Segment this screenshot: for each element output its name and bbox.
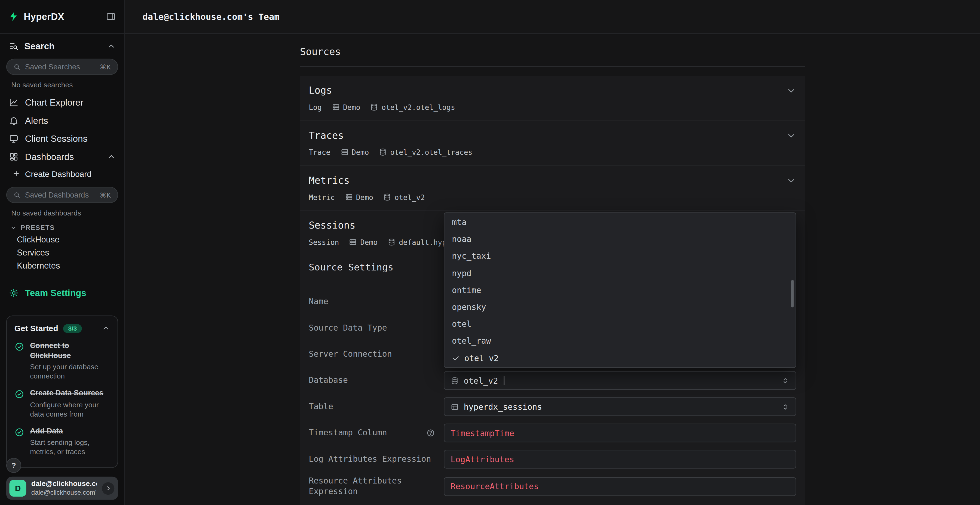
dropdown-scrollbar-thumb[interactable] (791, 280, 794, 308)
source-card-header[interactable]: Metrics (309, 175, 796, 187)
sidebar-item-client-sessions[interactable]: Client Sessions (0, 129, 124, 148)
get-started-header[interactable]: Get Started 3/3 (7, 321, 117, 338)
server-icon (332, 103, 340, 111)
sidebar-item-chart-explorer[interactable]: Chart Explorer (0, 93, 124, 111)
form-row-timestamp: Timestamp Column (309, 424, 796, 442)
user-menu[interactable]: D dale@clickhouse.com dale@clickhouse.co… (6, 477, 118, 500)
form-row-resource-attributes: Resource Attributes Expression (309, 476, 796, 497)
presets-label: PRESETS (21, 224, 55, 231)
plus-icon (13, 170, 20, 178)
dropdown-option[interactable]: noaa (444, 231, 795, 248)
get-started-item-desc: Start sending logs, metrics, or traces (30, 438, 110, 457)
source-type: Trace (309, 148, 330, 156)
form-row-cutoff (309, 505, 796, 505)
log-attributes-input[interactable] (444, 450, 796, 468)
presets-toggle[interactable]: PRESETS (0, 218, 124, 233)
field-label-resource-attributes: Resource Attributes Expression (309, 476, 444, 497)
sidebar-item-dashboards[interactable]: Dashboards (0, 148, 124, 166)
saved-dashboards-pill[interactable]: ⌘K (6, 187, 118, 203)
search-icon (13, 191, 21, 199)
search-section-label: Search (24, 41, 55, 51)
help-button[interactable]: ? (6, 458, 21, 473)
resource-attributes-input[interactable] (444, 477, 796, 496)
cutoff-input[interactable] (444, 505, 796, 505)
sidebar-nav: Chart Explorer Alerts Client Sessions Da… (0, 93, 124, 165)
get-started-item[interactable]: Create Data Sources Configure where your… (7, 386, 117, 423)
dropdown-option[interactable]: nyc_taxi (444, 248, 795, 264)
get-started-item-desc: Set up your database connection (30, 362, 110, 381)
database-icon (370, 103, 379, 111)
source-type: Session (309, 238, 339, 246)
field-label-server-connection: Server Connection (309, 349, 444, 359)
dropdown-option[interactable]: nypd (444, 264, 795, 281)
sidebar-collapse-icon[interactable] (106, 11, 116, 22)
get-started-item-title: Create Data Sources (30, 389, 110, 399)
chevron-up-icon[interactable] (102, 324, 110, 332)
source-card-header[interactable]: Logs (309, 84, 796, 97)
database-icon (379, 148, 387, 156)
selector-chevrons-icon[interactable] (781, 376, 789, 384)
source-table: otel_v2.otel_traces (379, 148, 472, 156)
dropdown-option[interactable]: ontime (444, 282, 795, 299)
top-header: dale@clickhouse.com's Team (125, 0, 980, 34)
team-settings-label: Team Settings (25, 288, 86, 298)
source-connection: Demo (349, 238, 377, 246)
get-started-item[interactable]: Add Data Start sending logs, metrics, or… (7, 423, 117, 461)
check-circle-icon (14, 389, 24, 419)
source-table: otel_v2.otel_logs (370, 103, 455, 111)
preset-item-kubernetes[interactable]: Kubernetes (0, 259, 124, 272)
get-started-item[interactable]: Connect to ClickHouse Set up your databa… (7, 338, 117, 386)
nav-label: Alerts (25, 115, 48, 125)
server-icon (340, 148, 348, 156)
list-search-icon (9, 41, 19, 51)
timestamp-column-input[interactable] (444, 424, 796, 442)
chevron-up-icon[interactable] (107, 152, 116, 161)
preset-label: Services (17, 248, 49, 257)
main-content: Sources Logs Log Demo (125, 34, 980, 505)
source-card-logs: Logs Log Demo otel_v2.otel_l (300, 76, 805, 121)
dropdown-option[interactable]: otel (444, 316, 795, 332)
source-title: Metrics (309, 175, 786, 187)
source-card-header[interactable]: Traces (309, 129, 796, 142)
chevron-right-icon[interactable] (102, 482, 115, 494)
nav-label: Chart Explorer (25, 97, 84, 107)
dropdown-option[interactable]: mta (444, 214, 795, 230)
selector-chevrons-icon[interactable] (781, 403, 789, 411)
gear-icon (9, 288, 19, 298)
dropdown-option[interactable]: otel_raw (444, 332, 795, 349)
database-combobox[interactable]: otel_v2 (444, 371, 796, 390)
field-label-source-data-type: Source Data Type (309, 323, 444, 333)
avatar: D (9, 480, 26, 497)
brand-name: HyperDX (24, 11, 100, 22)
chevron-up-icon[interactable] (107, 42, 116, 51)
chevron-down-icon[interactable] (786, 130, 796, 141)
chevron-down-icon[interactable] (786, 176, 796, 186)
check-circle-icon (14, 426, 24, 457)
no-saved-searches-text: No saved searches (0, 75, 124, 90)
get-started-badge: 3/3 (63, 324, 82, 332)
text-caret (504, 376, 504, 385)
table-combobox[interactable]: hyperdx_sessions (444, 397, 796, 416)
chevron-down-icon[interactable] (786, 86, 796, 96)
no-saved-dashboards-text: No saved dashboards (0, 203, 124, 218)
create-dashboard-button[interactable]: Create Dashboard (0, 165, 124, 182)
field-label-database: Database (309, 375, 444, 386)
form-row-table: Table hyperdx_sessions (309, 397, 796, 416)
preset-item-clickhouse[interactable]: ClickHouse (0, 233, 124, 246)
brand-row: HyperDX (0, 0, 124, 34)
saved-dashboards-input[interactable] (25, 191, 95, 199)
saved-searches-input[interactable] (25, 63, 95, 71)
sidebar-item-alerts[interactable]: Alerts (0, 111, 124, 130)
hyperdx-logo-icon (8, 11, 19, 22)
source-connection: Demo (345, 193, 373, 201)
search-section-header[interactable]: Search (0, 34, 124, 54)
sidebar-item-team-settings[interactable]: Team Settings (0, 284, 124, 302)
saved-searches-pill[interactable]: ⌘K (6, 59, 118, 75)
help-circle-icon[interactable] (426, 429, 435, 437)
server-icon (345, 193, 353, 201)
saved-searches-shortcut: ⌘K (100, 63, 111, 71)
dropdown-option[interactable]: opensky (444, 299, 795, 315)
preset-item-services[interactable]: Services (0, 246, 124, 259)
dropdown-option-selected[interactable]: otel_v2 (444, 349, 795, 367)
page-title: Sources (300, 34, 805, 57)
